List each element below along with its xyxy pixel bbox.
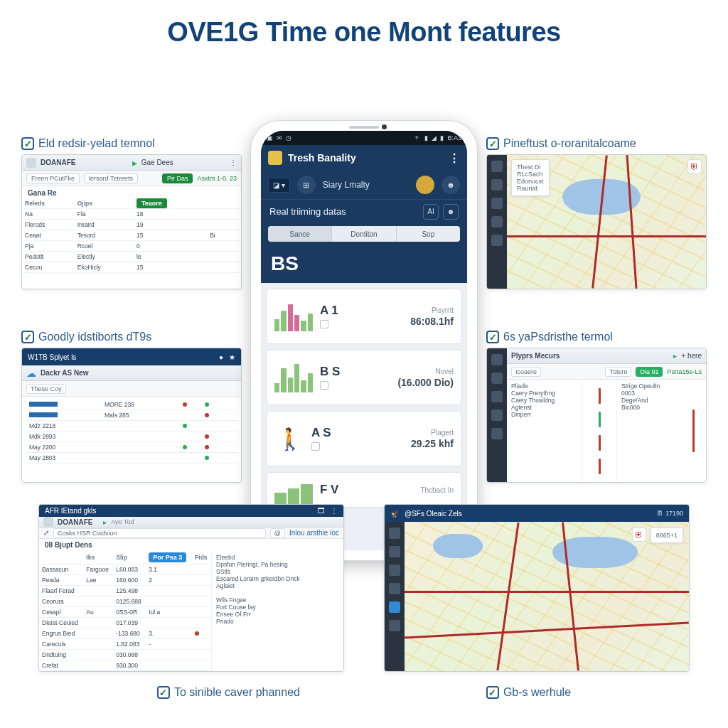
calendar-icon[interactable]: 🗖 (318, 507, 325, 515)
cloud-icon: ☁ (26, 368, 36, 379)
app-icon (268, 151, 282, 165)
data-table: ReledsOjipsTeaore NaFla18 FlerodsIreaird… (22, 198, 241, 273)
header: Plyprs Mecurs (511, 352, 560, 360)
list-item: Pliade (511, 382, 577, 390)
logo-icon: 🦅 (390, 510, 399, 518)
kebab-icon[interactable]: ⋮ (331, 507, 338, 515)
caption: To sinible caver phanned (174, 686, 300, 699)
play-icon[interactable]: ▸ (132, 157, 137, 168)
table-row: Ceorura0125.688 (39, 596, 211, 607)
list-item: Strige Opeultn (621, 382, 687, 390)
label: Psrta15e-Ls (667, 368, 702, 375)
metric-card[interactable]: F V Thcbact In (267, 472, 461, 508)
section: 08 Bjupt Dens (39, 539, 343, 551)
kebab-icon[interactable]: ⋮ (230, 159, 237, 166)
table-row: Mdz 2218 (26, 421, 237, 432)
table-row: Mdk 2893 (26, 432, 237, 442)
map-pill: 8665+1 (651, 528, 683, 543)
dot-icon: ● (219, 353, 223, 361)
badge: @ (270, 528, 285, 538)
toolbar-item[interactable]: Freen PCutFke (26, 173, 80, 183)
sub-label: Siary Lmalty (323, 180, 370, 190)
check-icon: ✓ (157, 686, 170, 699)
round-button[interactable]: ⊞ (297, 176, 316, 194)
play-label[interactable]: + here (681, 352, 702, 360)
tab[interactable]: Pir Das (162, 173, 193, 183)
panel-top-right: ✓Pineftust o-roranitalcoame Thest Di RLc… (486, 137, 707, 289)
tab[interactable]: Icoaere (511, 367, 541, 377)
table-row: Dieist-Ceuied017.039 (39, 618, 211, 628)
shield-icon[interactable]: ⛨ (687, 159, 702, 173)
shield-icon[interactable]: ⛨ (632, 528, 646, 542)
app-icon (43, 517, 53, 527)
table-row: PeadaLae160.6002 (39, 575, 211, 586)
metric-card[interactable]: B S Novel(16.000 Dio) (267, 350, 461, 405)
list-item: 0003 (621, 390, 687, 397)
segment[interactable]: Sance (268, 226, 332, 242)
metric-card[interactable]: 🚶 A S Plagert29.25 khf (267, 411, 461, 466)
avatar[interactable]: ☻ (441, 176, 460, 194)
tab[interactable]: Dia 91 (636, 367, 663, 377)
check-icon: ✓ (21, 331, 34, 343)
big-heading: BS (261, 245, 467, 283)
list-item: Dinperr (511, 411, 577, 418)
map-legend: Thest Di RLcSach Edonucst Rauriat (511, 159, 550, 196)
check-icon: ✓ (486, 686, 499, 699)
tab[interactable]: These Coy (26, 384, 66, 394)
panel-bottom-right: 🦅@SFs Oleaic Zels🖹 17190 8665+1 ⛨ (384, 504, 690, 672)
list-item: Dege/And (621, 397, 687, 404)
tab[interactable]: Asxtrs 1-0. 23 (197, 175, 237, 182)
caption: Goodly idstiborts dT9s (38, 331, 151, 343)
search-input[interactable]: Cosks HSR Cvidvion (53, 528, 266, 538)
segmented-control[interactable]: Sance Dontiton Sop (261, 223, 467, 245)
kebab-icon[interactable]: ⋮ (449, 151, 460, 165)
play-label[interactable]: Gae Dees (141, 159, 173, 166)
link[interactable]: Inlou arsthie loc (289, 529, 339, 537)
map-canvas[interactable]: 8665+1 ⛨ (405, 522, 689, 671)
segment[interactable]: Sop (397, 226, 460, 242)
tab[interactable]: Totere (605, 367, 631, 377)
titlebar-text: @SFs Oleaic Zels (405, 510, 462, 518)
avatar[interactable] (416, 176, 434, 194)
avatar-button[interactable]: ☻ (443, 204, 459, 220)
table-row: NaFla18 (22, 209, 241, 220)
app-title: Tresh Banality (288, 152, 356, 164)
ai-button[interactable]: AI (423, 204, 439, 220)
status-time: B:A3 (447, 134, 461, 141)
panel-bottom-left: AFR IEtand gkls🗖⋮ DOANAFE ▸Aye Tod ⤢ Cos… (38, 504, 344, 672)
wifi-icon: ᯤ (414, 134, 421, 141)
check-icon: ✓ (21, 137, 34, 150)
sparkline-icon (274, 475, 313, 505)
map-sidebar (487, 155, 507, 289)
table-row: Carecuis1.82.083- (39, 639, 211, 650)
expand-icon[interactable]: ⤢ (43, 529, 49, 537)
metric-card[interactable]: A 1 Pisyrrtt86:08.1hf (267, 289, 461, 344)
brand: Dackr AS New (41, 369, 88, 377)
list-item: Bic000 (621, 404, 687, 411)
caption: 6s yaPsdristhe termol (503, 331, 613, 343)
status-bar: ▣✉◷ ᯤ▮◢▮B:A3 (261, 131, 467, 145)
sparkline-icon (274, 301, 313, 331)
walker-icon: 🚶 (274, 421, 304, 456)
table-row: Flaarl Ferad125.498 (39, 586, 211, 596)
play-icon[interactable]: ▸ (103, 518, 107, 526)
nav-sidebar (487, 348, 507, 482)
dropdown[interactable]: ◪ ▾ (268, 178, 290, 193)
table-row: FlerodsIreaird19 (22, 220, 241, 230)
map-canvas[interactable]: Thest Di RLcSach Edonucst Rauriat ⛨ (507, 155, 706, 289)
table-row: PedotltElectlyle (22, 252, 241, 262)
list-item: Caety Thusildng (511, 397, 577, 404)
check-icon: ✓ (486, 331, 499, 343)
check-icon: ✓ (486, 137, 499, 150)
sparkline-icon (274, 363, 313, 392)
segment[interactable]: Dontiton (332, 226, 396, 242)
app-icon (26, 158, 36, 168)
list-item: Agtenst (511, 404, 577, 411)
table-row: CeaatTesord15Bi (22, 230, 241, 241)
play-icon[interactable]: ▸ (673, 352, 677, 360)
panel-mid-right: ✓6s yaPsdristhe termol Plyprs Mecurs▸+ h… (486, 331, 707, 483)
panel-top-left: ✓Eld redsir-yelad temnol DOANAFE▸Gae Dee… (21, 137, 242, 289)
brand-sub: Aye Tod (111, 518, 134, 525)
toolbar-item[interactable]: lersard Teterets (84, 173, 138, 183)
table-row: CesaplAu0SS-0RIul a (39, 607, 211, 618)
